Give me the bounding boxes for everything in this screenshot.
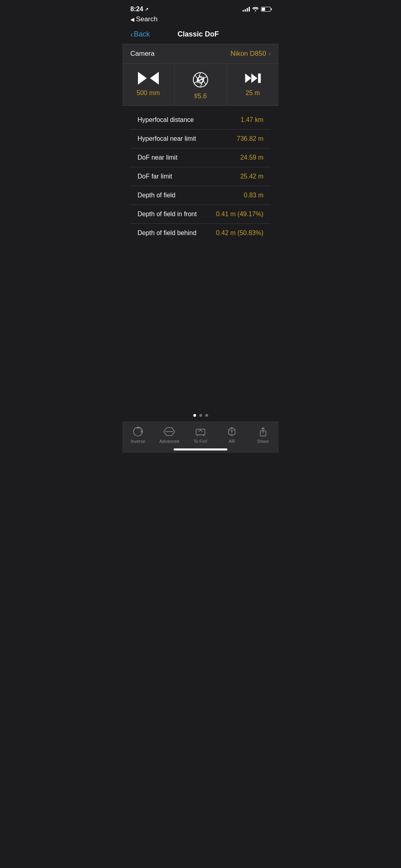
tab-tofov-label: To FoV	[194, 439, 208, 444]
result-row: Hyperfocal distance1.47 km	[130, 111, 271, 130]
svg-line-27	[232, 430, 235, 432]
result-value: 0.42 m (50.83%)	[216, 229, 263, 237]
back-button[interactable]: ‹ Back	[130, 30, 150, 39]
result-label: Hyperfocal near limit	[138, 135, 196, 142]
home-indicator	[122, 445, 279, 453]
result-row: DoF near limit24.59 m	[130, 148, 271, 167]
tab-share[interactable]: Share	[247, 426, 279, 444]
result-label: Depth of field in front	[138, 211, 197, 218]
status-icons	[243, 6, 271, 12]
tab-ar[interactable]: AR	[216, 426, 247, 444]
result-row: Depth of field behind0.42 m (50.83%)	[130, 224, 271, 242]
result-row: Depth of field in front0.41 m (49.17%)	[130, 205, 271, 224]
search-hint: ◀ Search	[130, 15, 271, 23]
result-label: DoF far limit	[138, 173, 172, 180]
distance-value: 25 m	[246, 89, 260, 97]
svg-line-20	[229, 428, 232, 430]
result-row: Depth of field0.83 m	[130, 186, 271, 205]
aperture-value: f/5.6	[194, 93, 207, 100]
svg-line-26	[229, 430, 232, 432]
result-value: 0.83 m	[244, 192, 263, 199]
tab-advanced[interactable]: Advanced	[154, 426, 185, 444]
page-indicators	[122, 408, 279, 422]
svg-rect-10	[258, 73, 261, 83]
result-label: Depth of field behind	[138, 229, 196, 237]
tab-inverse-label: Inverse	[131, 439, 145, 444]
focal-length-icon	[138, 71, 159, 85]
focal-length-value: 500 mm	[137, 89, 160, 97]
location-arrow-icon: ↗	[145, 7, 148, 12]
result-label: DoF near limit	[138, 154, 178, 161]
camera-row[interactable]: Camera Nikon D850 ›	[122, 44, 279, 64]
camera-chevron-icon: ›	[269, 50, 271, 57]
tab-advanced-label: Advanced	[160, 439, 179, 444]
result-value: 24.59 m	[240, 154, 263, 161]
aperture-icon	[192, 71, 209, 89]
aperture-control[interactable]: f/5.6	[174, 64, 227, 105]
tab-share-label: Share	[257, 439, 269, 444]
result-value: 0.41 m (49.17%)	[216, 211, 263, 218]
result-value: 736.82 m	[237, 135, 263, 142]
signal-icon	[243, 7, 250, 12]
svg-marker-11	[251, 73, 257, 83]
camera-label: Camera	[130, 50, 154, 58]
ar-icon	[226, 426, 237, 437]
results-section: Hyperfocal distance1.47 kmHyperfocal nea…	[130, 111, 271, 242]
camera-value-group: Nikon D850 ›	[231, 50, 271, 58]
tab-inverse[interactable]: Inverse	[122, 426, 154, 444]
tab-ar-label: AR	[229, 439, 235, 444]
result-row: Hyperfocal near limit736.82 m	[130, 130, 271, 148]
result-label: Hyperfocal distance	[138, 116, 194, 124]
advanced-icon	[164, 426, 175, 437]
svg-marker-12	[245, 73, 251, 83]
result-value: 25.42 m	[240, 173, 263, 180]
focal-length-control[interactable]: 500 mm	[122, 64, 174, 105]
status-bar: 8:24 ↗	[122, 0, 279, 14]
tab-bar: Inverse Advanced To FoV	[122, 422, 279, 445]
svg-marker-0	[138, 72, 147, 85]
result-value: 1.47 km	[241, 116, 263, 124]
svg-marker-1	[150, 72, 159, 85]
svg-line-24	[229, 434, 232, 436]
share-icon	[257, 426, 269, 437]
status-time: 8:24 ↗	[130, 6, 148, 13]
tab-tofov[interactable]: To FoV	[185, 426, 216, 444]
controls-row: 500 mm f/5.6	[122, 64, 279, 106]
empty-space	[122, 247, 279, 408]
battery-icon	[261, 7, 271, 12]
result-label: Depth of field	[138, 192, 175, 199]
home-bar	[174, 448, 227, 450]
distance-icon	[244, 71, 261, 85]
camera-model: Nikon D850	[231, 50, 266, 58]
wifi-icon	[252, 6, 259, 12]
page-dot-2	[199, 414, 202, 417]
page-dot-3	[205, 414, 208, 417]
page-title: Classic DoF	[178, 30, 219, 39]
nav-bar: ‹ Back Classic DoF	[122, 26, 279, 44]
time-display: 8:24	[130, 6, 143, 13]
tofov-icon	[195, 426, 206, 437]
distance-control[interactable]: 25 m	[227, 64, 279, 105]
page-dot-1	[193, 414, 196, 417]
search-row: ◀ Search	[122, 14, 279, 26]
result-row: DoF far limit25.42 m	[130, 167, 271, 186]
svg-line-21	[232, 428, 235, 430]
inverse-icon	[132, 426, 144, 437]
svg-line-25	[232, 434, 235, 436]
